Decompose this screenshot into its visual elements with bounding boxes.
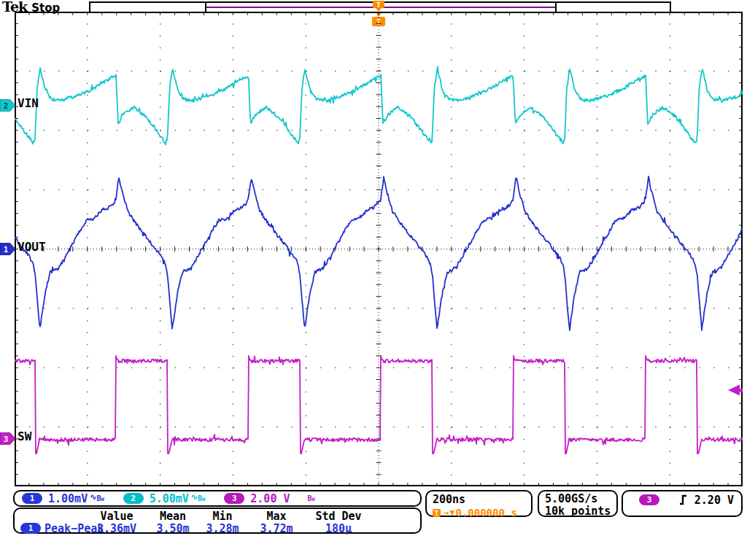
channel-label-sw: SW [18, 430, 31, 443]
ac-coupling-icon: ∿ [191, 492, 198, 502]
meas-min: 3.28m [203, 522, 242, 535]
bandwidth-icon: BW [96, 494, 104, 502]
channel-label-vout: VOUT [18, 241, 46, 254]
bandwidth-icon: BW [198, 494, 205, 502]
waveform-vout [15, 176, 743, 330]
meas-stddev: 180µ [311, 522, 366, 535]
trigger-t-icon: T [433, 508, 442, 518]
channel-1-marker[interactable]: 1 [0, 243, 16, 255]
trigger-level-arrow[interactable] [728, 385, 740, 396]
triangle-down-icon: ▼ [449, 508, 454, 518]
measurement-name: 1 Peak−Peak [15, 522, 90, 535]
acquisition-readout-box[interactable]: 5.00GS/s 10k points [538, 490, 618, 517]
ch2-scale: 5.00mV [150, 492, 189, 505]
bandwidth-icon: BW [308, 494, 315, 502]
trigger-position-marker-bar[interactable]: T [369, 1, 388, 12]
channel-2-number: 2 [4, 101, 9, 111]
meas-header-stddev: Std Dev [311, 510, 366, 523]
channel-label-vin: VIN [18, 97, 39, 110]
ch2-coupling-bw-icons: ∿BW [190, 491, 205, 505]
meas-header-max: Max [242, 510, 311, 523]
record-window-bracket-right[interactable] [555, 3, 557, 12]
ch1-badge: 1 [22, 493, 42, 504]
ch1-scale: 1.00mV [48, 492, 88, 505]
ch3-bw-icon: BW [308, 491, 315, 505]
sample-rate: 5.00GS/s [545, 493, 616, 505]
meas-header-value: Value [90, 510, 143, 523]
timebase-scale: 200ns [433, 493, 531, 506]
channel-1-number: 1 [4, 245, 9, 254]
channel-3-marker[interactable]: 3 [0, 432, 16, 445]
timebase-readout-box[interactable]: 200ns T → ▼ 0.000000 s [425, 490, 533, 517]
svg-text:T: T [435, 510, 439, 517]
channel-scale-readout-box[interactable]: 1 1.00mV ∿BW 2 5.00mV ∿BW 3 2.00 V BW [13, 490, 422, 507]
arrow-right-icon: → [444, 508, 449, 518]
meas-mean: 3.50m [143, 522, 203, 535]
meas-source-badge: 1 [20, 523, 41, 534]
channel-3-number: 3 [4, 435, 9, 444]
oscilloscope-screen: TekStop T T 2 VIN 1 VOUT 3 SW 1 1.00mV ∿… [0, 0, 747, 560]
trigger-t-glyph: T [376, 1, 381, 9]
ch2-badge: 2 [123, 493, 144, 504]
meas-header-mean: Mean [143, 510, 203, 523]
channel-2-marker[interactable]: 2 [0, 99, 16, 112]
ch3-scale: 2.00 V [250, 492, 290, 505]
trigger-source-badge: 3 [639, 494, 659, 505]
ch1-coupling-bw-icons: ∿BW [89, 491, 104, 505]
meas-max: 3.72m [242, 522, 311, 535]
meas-header-min: Min [203, 510, 242, 523]
record-window-bracket-left[interactable] [205, 3, 206, 12]
trigger-level: 2.20 V [694, 494, 734, 507]
measurement-readout-box[interactable]: Value Mean Min Max Std Dev 1 Peak−Peak 3… [13, 508, 422, 534]
meas-value: 3.36mV [90, 522, 143, 535]
graticule [15, 12, 743, 486]
trigger-readout-box[interactable]: 3 2.20 V [622, 490, 743, 517]
trigger-time-readout: T → ▼ 0.000000 s [433, 507, 531, 518]
trigger-slope-rising-icon [678, 494, 689, 506]
record-length: 10k points [545, 505, 616, 518]
ch3-badge: 3 [224, 493, 244, 504]
